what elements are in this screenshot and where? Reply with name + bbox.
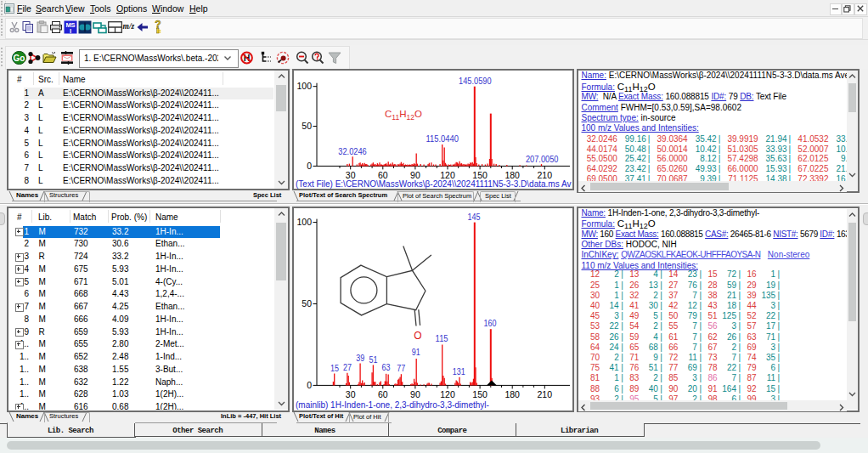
svg-text:115.0440: 115.0440 <box>426 133 459 144</box>
svg-text:O: O <box>414 330 421 342</box>
svg-text:51: 51 <box>369 354 377 364</box>
svg-text:Go: Go <box>14 54 25 63</box>
svg-text:39: 39 <box>356 353 364 363</box>
svg-text:180: 180 <box>504 388 520 399</box>
svg-text:207.0050: 207.0050 <box>526 154 559 164</box>
svg-text:131: 131 <box>453 366 465 377</box>
svg-text:145.0590: 145.0590 <box>459 76 492 86</box>
svg-text:160: 160 <box>483 318 496 328</box>
svg-text:32.0246: 32.0246 <box>338 146 367 156</box>
svg-text:C11H12O: C11H12O <box>385 109 422 122</box>
svg-text:91: 91 <box>412 346 420 356</box>
svg-text:50: 50 <box>302 298 312 309</box>
svg-text:90: 90 <box>410 388 420 399</box>
svg-text:115: 115 <box>436 333 448 343</box>
svg-text:210: 210 <box>538 388 553 399</box>
svg-text:I: I <box>70 27 71 35</box>
svg-text:77: 77 <box>397 363 405 373</box>
svg-text:145: 145 <box>468 211 481 221</box>
svg-text:100: 100 <box>296 81 312 91</box>
svg-text:15: 15 <box>330 363 339 373</box>
svg-text:27: 27 <box>343 361 352 371</box>
svg-text:150: 150 <box>472 388 488 399</box>
svg-text:100: 100 <box>296 217 312 227</box>
svg-text:50: 50 <box>302 121 312 131</box>
svg-text:0: 0 <box>307 379 312 389</box>
svg-text:120: 120 <box>440 388 455 399</box>
svg-text:60: 60 <box>378 388 388 399</box>
svg-text:63: 63 <box>382 362 391 372</box>
svg-text:0: 0 <box>307 161 312 171</box>
svg-text:30: 30 <box>346 388 356 399</box>
